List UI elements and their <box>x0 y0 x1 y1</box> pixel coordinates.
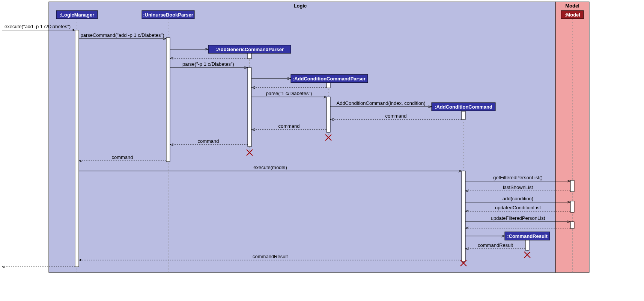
logic-region <box>49 2 555 272</box>
msg-addcondcmd-create: AddConditionCommand(index, condition) <box>336 100 425 106</box>
activation-generic-parse <box>248 68 251 147</box>
activation-uninurse <box>166 38 170 162</box>
sequence-diagram: Logic Model :LogicManager :UninurseBookP… <box>0 0 644 301</box>
msg-lastshown: lastShownList <box>503 185 533 190</box>
activation-logic-manager <box>75 30 79 267</box>
msg-parsecommand: parseCommand("add -p 1 c/Diabetes") <box>80 32 164 38</box>
activation-model-3 <box>570 222 574 228</box>
msg-command-3: command <box>197 138 219 144</box>
msg-parse-p: parse("-p 1 c/Diabetes") <box>182 61 234 67</box>
msg-execute-model: execute(model) <box>253 165 287 170</box>
cmdresult-label: :CommandResult <box>507 233 548 239</box>
activation-cond-parse <box>327 97 330 132</box>
logic-manager-label: :LogicManager <box>60 12 94 18</box>
activation-addcmd-create <box>462 111 465 119</box>
msg-updatefiltered: updateFilteredPersonList <box>491 215 545 221</box>
generic-parser-label: :AddGenericCommandParser <box>215 47 284 52</box>
activation-cmdresult <box>525 240 529 250</box>
msg-execute-in: execute("add -p 1 c/Diabetes") <box>5 24 71 29</box>
msg-cmdresult-2: commandResult <box>253 254 288 259</box>
addcond-cmd-label: :AddConditionCommand <box>435 104 492 110</box>
model-label: :Model <box>564 12 580 18</box>
logic-region-label: Logic <box>294 3 307 9</box>
msg-add: add(condition) <box>503 196 533 201</box>
msg-updatedlist: updatedConditionList <box>495 205 541 210</box>
msg-command-2: command <box>278 123 299 129</box>
msg-getfiltered: getFilteredPersonList() <box>493 175 543 180</box>
activation-addcmd-exec <box>462 171 465 261</box>
cond-parser-label: :AddConditionCommandParser <box>293 76 366 82</box>
uninurse-parser-label: :UninurseBookParser <box>143 12 193 18</box>
msg-command-1: command <box>385 113 406 119</box>
msg-command-4: command <box>111 154 133 160</box>
activation-model-2 <box>570 201 574 212</box>
activation-model-1 <box>570 180 574 192</box>
msg-cmdresult-1: commandResult <box>478 242 513 248</box>
msg-parse-1c: parse("1 c/Diabetes") <box>266 91 312 96</box>
model-region-label: Model <box>565 3 579 9</box>
